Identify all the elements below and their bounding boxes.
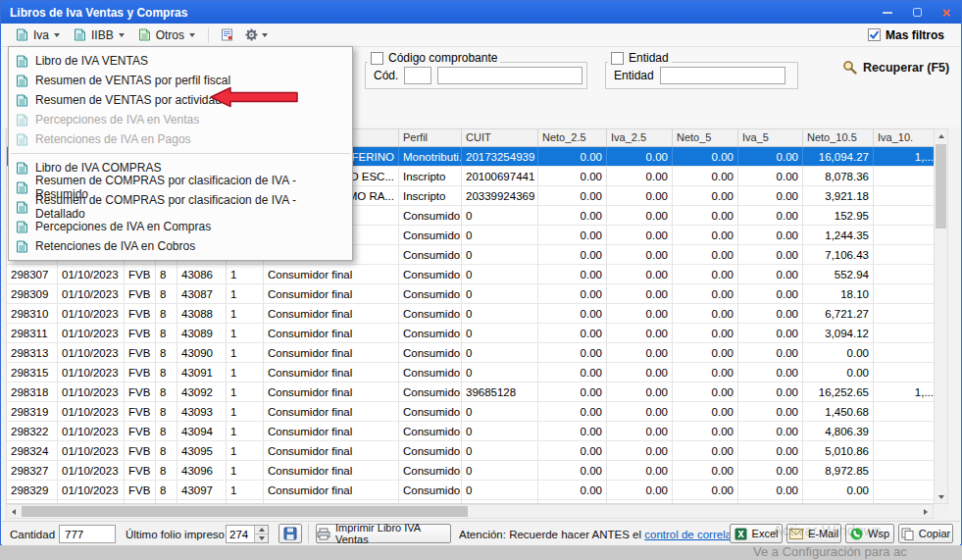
grid-cell: 8 bbox=[156, 324, 177, 342]
grid-cell: 8 bbox=[156, 481, 177, 499]
grid-header-cell[interactable]: Neto_10.5 bbox=[803, 129, 874, 146]
spin-up-button[interactable] bbox=[255, 526, 268, 534]
copiar-button[interactable]: Copiar bbox=[898, 524, 953, 543]
menu-item-label: Libro de IVA VENTAS bbox=[35, 54, 148, 68]
grid-cell: 5,010.86 bbox=[803, 441, 874, 460]
recuperar-button[interactable]: Recuperar (F5) bbox=[842, 60, 949, 75]
wsp-button[interactable]: Wsp bbox=[845, 524, 894, 543]
grid-cell: Monotributi... bbox=[399, 147, 462, 166]
scroll-up-button[interactable] bbox=[935, 129, 947, 142]
scroll-right-button[interactable] bbox=[919, 505, 932, 518]
mas-filtros-checkbox[interactable]: Mas filtros bbox=[868, 28, 952, 42]
grid-header-cell[interactable]: CUIT bbox=[462, 129, 538, 146]
grid-cell: 152.95 bbox=[803, 206, 874, 225]
grid-cell: 43088 bbox=[177, 304, 227, 323]
grid-cell: Consumidor final bbox=[264, 382, 399, 401]
e-mail-button[interactable]: E-Mail bbox=[786, 524, 841, 543]
grid-cell bbox=[874, 245, 934, 264]
grid-cell: 01/10/2023 bbox=[58, 343, 125, 362]
menu-otros[interactable]: Otros bbox=[132, 26, 201, 44]
grid-cell: 8,078.36 bbox=[803, 167, 874, 185]
grid-header-cell[interactable]: Neto_2.5 bbox=[538, 129, 607, 146]
grid-row[interactable]: 29831801/10/2023FVB8430921Consumidor fin… bbox=[7, 382, 934, 402]
scroll-left-button[interactable] bbox=[7, 505, 20, 518]
grid-cell: FVB bbox=[125, 265, 156, 283]
maximize-button[interactable] bbox=[902, 1, 932, 24]
grid-row[interactable]: 29831001/10/2023FVB8430881Consumidor fin… bbox=[7, 304, 934, 324]
grid-row[interactable]: 29832201/10/2023FVB8430941Consumidor fin… bbox=[7, 422, 934, 441]
grid-cell bbox=[874, 441, 934, 460]
grid-header-cell[interactable]: Iva_10. bbox=[874, 129, 934, 146]
grid-cell: 1 bbox=[227, 402, 264, 421]
folio-input[interactable] bbox=[227, 526, 254, 542]
grid-cell: 0.00 bbox=[738, 441, 803, 460]
grid-cell: 0.00 bbox=[607, 402, 673, 421]
grid-row[interactable]: 29830901/10/2023FVB8430871Consumidor fin… bbox=[7, 284, 934, 304]
cod-input-1[interactable] bbox=[404, 67, 431, 84]
grid-cell: 8 bbox=[156, 422, 177, 440]
report-button[interactable] bbox=[216, 26, 238, 43]
grid-cell: 0 bbox=[462, 304, 538, 323]
grid-row[interactable]: 29831301/10/2023FVB8430901Consumidor fin… bbox=[7, 343, 934, 363]
grid-row[interactable]: 29831501/10/2023FVB8430911Consumidor fin… bbox=[7, 363, 934, 382]
menu-iibb[interactable]: IIBB bbox=[68, 26, 130, 44]
report-icon bbox=[221, 28, 233, 41]
grid-row[interactable]: 29832901/10/2023FVB8430971Consumidor fin… bbox=[7, 481, 934, 500]
grid-cell: FVB bbox=[125, 304, 156, 323]
checkbox-unchecked-icon bbox=[371, 52, 383, 65]
save-folio-button[interactable] bbox=[278, 524, 302, 543]
grid-cell: 1 bbox=[227, 304, 264, 323]
grid-cell: 1,244.35 bbox=[803, 226, 874, 244]
codigo-comprobante-checkbox[interactable]: Código comprobante bbox=[368, 51, 500, 65]
grid-cell: 1 bbox=[227, 265, 264, 283]
menu-iva[interactable]: Iva bbox=[10, 26, 66, 44]
cantidad-label: Cantidad bbox=[10, 529, 55, 540]
grid-row[interactable]: 29830701/10/2023FVB8430861Consumidor fin… bbox=[7, 265, 934, 284]
grid-cell: 0.00 bbox=[607, 284, 673, 303]
entidad-checkbox[interactable]: Entidad bbox=[608, 51, 672, 65]
chevron-down-icon bbox=[189, 33, 195, 37]
grid-cell: 0.00 bbox=[673, 265, 738, 283]
grid-cell: 0.00 bbox=[673, 147, 738, 166]
menu-item-label: Percepciones de IVA en Ventas bbox=[35, 113, 199, 127]
grid-cell: 3,921.18 bbox=[803, 186, 874, 205]
scroll-down-button[interactable] bbox=[935, 490, 947, 503]
menu-item[interactable]: Retenciones de IVA en Cobros bbox=[9, 236, 352, 256]
grid-header-cell[interactable]: Neto_5 bbox=[673, 129, 738, 146]
menu-item-label: Retenciones de IVA en Cobros bbox=[35, 239, 195, 253]
close-button[interactable]: × bbox=[932, 1, 961, 24]
menu-item[interactable]: Resumen de VENTAS por perfil fiscal bbox=[9, 71, 352, 90]
horizontal-scrollbar[interactable] bbox=[6, 504, 934, 519]
horizontal-scrollbar-thumb[interactable] bbox=[22, 506, 468, 517]
minimize-button[interactable] bbox=[873, 1, 902, 24]
menu-item[interactable]: Resumen de COMPRAS por clasificacion de … bbox=[9, 197, 352, 217]
vertical-scrollbar[interactable] bbox=[934, 128, 948, 504]
entidad-input[interactable] bbox=[660, 67, 785, 84]
grid-row[interactable]: 29832401/10/2023FVB8430951Consumidor fin… bbox=[7, 441, 934, 461]
grid-header-cell[interactable]: Iva_2.5 bbox=[607, 129, 673, 146]
grid-cell: 1,... bbox=[874, 147, 934, 166]
grid-row[interactable]: 29832701/10/2023FVB8430961Consumidor fin… bbox=[7, 461, 934, 481]
settings-button[interactable] bbox=[240, 26, 273, 43]
vertical-scrollbar-thumb[interactable] bbox=[936, 144, 946, 229]
spin-down-button[interactable] bbox=[255, 534, 268, 542]
ledger-icon bbox=[16, 28, 28, 41]
grid-cell: 01/10/2023 bbox=[58, 441, 125, 460]
imprimir-button[interactable]: Imprimir Libro IVA Ventas bbox=[316, 524, 451, 543]
grid-cell: 0.00 bbox=[673, 206, 738, 225]
grid-cell: 0.00 bbox=[738, 343, 803, 362]
grid-cell: 4,806.39 bbox=[803, 422, 874, 440]
entidad-checkbox-label: Entidad bbox=[629, 51, 669, 65]
grid-cell: 1 bbox=[227, 324, 264, 342]
cod-input-2[interactable] bbox=[437, 67, 582, 84]
grid-cell: 0.00 bbox=[738, 382, 803, 401]
folio-stepper bbox=[226, 525, 269, 543]
menu-item[interactable]: Resumen de VENTAS por actividad bbox=[9, 90, 352, 110]
grid-row[interactable]: 29831901/10/2023FVB8430931Consumidor fin… bbox=[7, 402, 934, 422]
grid-row[interactable]: 29831101/10/2023FVB8430891Consumidor fin… bbox=[7, 324, 934, 343]
grid-header-cell[interactable]: Iva_5 bbox=[738, 129, 803, 146]
grid-header-cell[interactable]: Perfil bbox=[399, 129, 462, 146]
menu-item[interactable]: Libro de IVA VENTAS bbox=[9, 51, 352, 71]
scrollbar-corner bbox=[934, 504, 948, 519]
excel-button[interactable]: Excel bbox=[730, 524, 783, 543]
